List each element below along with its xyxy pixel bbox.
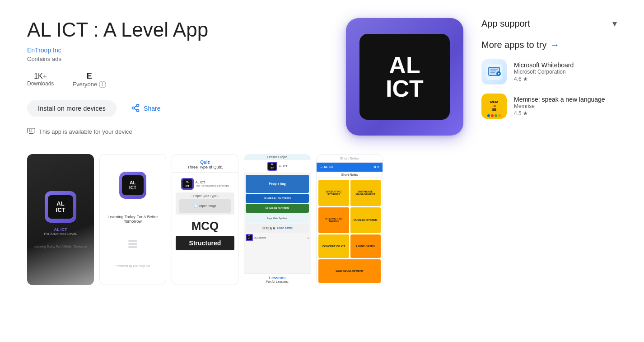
app-icon: AL ICT [359, 34, 450, 120]
stats-row: 1K+ Downloads E Everyone i [27, 71, 328, 88]
ss5-grid: OPERATING SYSTEMS DATABASE MANAGEMENT IN… [317, 178, 383, 285]
svg-rect-6 [29, 133, 34, 134]
screenshot-2: AL ICT Learning Today For A Better Tomor… [99, 154, 166, 285]
ss5-sub: - Short Notes - [317, 172, 383, 178]
more-apps-title: More apps to try [481, 40, 547, 50]
chevron-down-icon[interactable]: ▾ [612, 18, 617, 29]
ss3-header: Quiz Three Type of Quiz. [172, 155, 238, 173]
downloads-stat: 1K+ Downloads [27, 72, 63, 87]
device-available: This app is available for your device [27, 127, 328, 136]
app-card-microsoft-whiteboard[interactable]: Microsoft Whiteboard Microsoft Corporati… [481, 59, 617, 84]
ss5-iot: INTERNET OF THINGS [318, 207, 349, 234]
ss5-db: DATABASE MANAGEMENT [350, 180, 381, 206]
info-icon[interactable]: i [99, 81, 106, 88]
ss5-ns: NUMBER SYSTEM [350, 207, 381, 234]
share-button[interactable]: Share [124, 99, 168, 118]
microsoft-whiteboard-dev: Microsoft Corporation [514, 69, 617, 75]
share-icon [131, 103, 140, 114]
screenshot-1: AL ICT AL ICT For Advanced Level. Learni… [27, 154, 94, 285]
memrise-rating: 4.5 ★ [514, 110, 617, 117]
ss5-wd: WEB DEVELOPMENT [318, 259, 381, 283]
star-icon: ★ [523, 110, 528, 117]
everyone-label: Everyone i [72, 81, 106, 88]
svg-rect-7 [29, 129, 31, 132]
svg-line-4 [134, 106, 137, 107]
ss2-bars [128, 240, 137, 248]
memrise-dev: Memrise [514, 103, 617, 109]
svg-point-1 [137, 109, 139, 112]
svg-line-3 [134, 108, 137, 110]
svg-point-2 [132, 107, 135, 109]
memrise-info: Memrise: speak a new language Memrise 4.… [514, 96, 617, 117]
arrow-right-icon[interactable]: → [551, 40, 560, 50]
memrise-icon: MEM RI SE [481, 94, 507, 119]
app-icon-wrapper: AL ICT [346, 18, 463, 136]
memrise-name: Memrise: speak a new language [514, 96, 617, 103]
install-button[interactable]: Install on more devices [27, 100, 117, 117]
ss1-text: AL ICT For Advanced Level. Learning Toda… [33, 227, 87, 248]
microsoft-whiteboard-info: Microsoft Whiteboard Microsoft Corporati… [514, 61, 617, 82]
microsoft-whiteboard-rating: 4.6 ★ [514, 76, 617, 82]
share-label: Share [144, 105, 160, 112]
ss5-lg: LOGIC GATES [350, 234, 381, 258]
developer-link[interactable]: EnTroop Inc [27, 47, 328, 54]
ss5-concept: CONCPET OF ICT [318, 234, 349, 258]
screenshot-5: Short Notes ☰ AL ICT ⚙ ≡ - Short Notes -… [316, 154, 383, 285]
ss5-app-header: ☰ AL ICT ⚙ ≡ [317, 163, 383, 172]
downloads-label: Downloads [27, 80, 54, 87]
app-support-title: App support [481, 19, 530, 29]
star-icon: ★ [523, 76, 528, 82]
microsoft-whiteboard-icon [481, 59, 507, 84]
device-icon [27, 127, 35, 136]
app-title: AL ICT : A Level App [27, 18, 328, 42]
right-sidebar: App support ▾ More apps to try → [481, 18, 617, 285]
ss2-footer: Powered by EnTroop Inc [116, 264, 150, 267]
microsoft-whiteboard-name: Microsoft Whiteboard [514, 61, 617, 69]
ss2-logo: AL ICT [119, 172, 146, 199]
screenshot-4: Lessons Topic ALICT AL ICT People img NU… [244, 154, 311, 285]
app-card-memrise[interactable]: MEM RI SE Memrise: speak a new lan [481, 94, 617, 119]
screenshot-3: Quiz Three Type of Quiz. ALICT AL ICTThe… [172, 154, 238, 285]
svg-point-0 [137, 104, 139, 106]
ss5-os: OPERATING SYSTEMS [318, 180, 349, 206]
more-apps-header[interactable]: More apps to try → [481, 40, 617, 50]
ss3-content: ALICT AL ICTThe All Advanced Level App -… [172, 173, 238, 285]
device-message: This app is available for your device [39, 128, 132, 135]
ss2-tagline: Learning Today For A Better Tomorrow [104, 215, 161, 224]
rating-icon: E [87, 71, 92, 81]
rating-stat: E Everyone i [63, 71, 115, 88]
app-support-section: App support ▾ [481, 18, 617, 29]
downloads-value: 1K+ [34, 72, 47, 80]
ss1-logo: AL ICT [45, 191, 76, 223]
app-icon-container: AL ICT [346, 18, 463, 136]
contains-ads-label: Contains ads [27, 56, 328, 62]
screenshots-section: AL ICT AL ICT For Advanced Level. Learni… [27, 154, 463, 285]
actions-row: Install on more devices [27, 99, 328, 118]
